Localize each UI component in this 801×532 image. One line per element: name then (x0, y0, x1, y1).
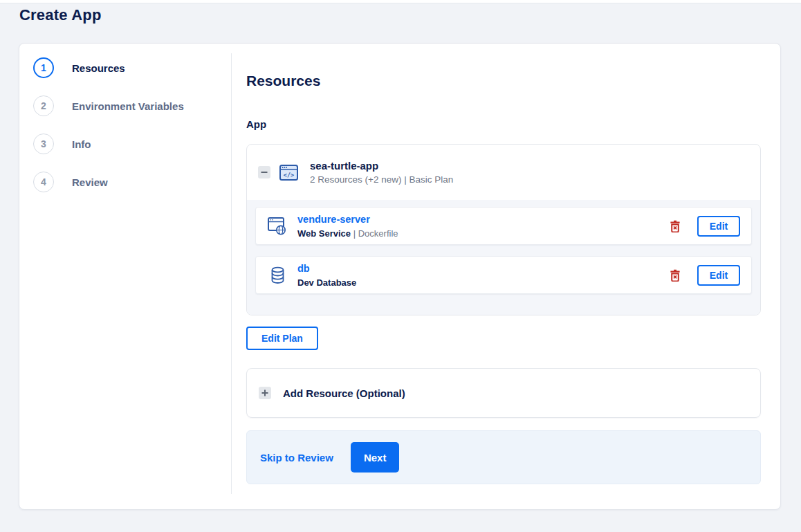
wizard-footer-bar: Skip to Review Next (246, 430, 761, 484)
resource-subtitle: Dev Database (297, 277, 356, 288)
step-label: Review (72, 176, 108, 188)
step-number-badge: 2 (33, 95, 54, 116)
edit-resource-button[interactable]: Edit (697, 216, 740, 237)
resource-type: Dev Database (297, 277, 356, 288)
wizard-steps: 1 Resources 2 Environment Variables 3 In… (33, 57, 227, 210)
page-title: Create App (19, 6, 102, 24)
app-name: sea-turtle-app (310, 160, 453, 172)
top-border-strip (0, 0, 801, 3)
resource-separator: | (351, 228, 358, 239)
collapse-button[interactable] (258, 166, 270, 178)
step-environment-variables[interactable]: 2 Environment Variables (33, 95, 227, 116)
step-label: Info (72, 138, 91, 150)
web-service-icon (267, 217, 288, 235)
step-info[interactable]: 3 Info (33, 134, 227, 154)
delete-resource-button[interactable] (670, 269, 681, 282)
sidebar-divider (231, 53, 232, 494)
trash-icon (670, 220, 681, 232)
step-label: Resources (72, 62, 125, 74)
step-number-badge: 1 (33, 57, 54, 78)
create-app-panel: 1 Resources 2 Environment Variables 3 In… (19, 43, 781, 510)
edit-plan-button[interactable]: Edit Plan (246, 327, 318, 350)
step-label: Environment Variables (72, 100, 184, 112)
svg-text:</>: </> (284, 171, 294, 178)
resources-heading: Resources (246, 72, 761, 89)
app-group-card: </> sea-turtle-app 2 Resources (+2 new) … (246, 144, 761, 315)
app-summary: 2 Resources (+2 new) | Basic Plan (310, 174, 453, 185)
resource-row-vendure-server: vendure-server Web Service | Dockerfile (255, 207, 752, 245)
resource-text-block: db Dev Database (297, 262, 356, 288)
resource-name-link[interactable]: vendure-server (297, 214, 370, 225)
trash-icon (670, 269, 681, 282)
add-resource-label: Add Resource (Optional) (283, 387, 405, 399)
plus-icon-button (259, 387, 271, 399)
resource-subtitle: Web Service | Dockerfile (297, 228, 398, 239)
resource-type: Web Service (297, 228, 351, 239)
step-review[interactable]: 4 Review (33, 172, 227, 192)
resource-row-actions: Edit (670, 216, 740, 237)
app-group-title-block: sea-turtle-app 2 Resources (+2 new) | Ba… (310, 160, 453, 185)
plus-icon (261, 389, 269, 397)
code-window-icon: </> (279, 165, 298, 181)
edit-resource-button[interactable]: Edit (697, 265, 740, 286)
minus-icon (260, 168, 268, 176)
resource-detail: Dockerfile (358, 228, 398, 239)
step-number-badge: 3 (33, 134, 54, 154)
step-resources[interactable]: 1 Resources (33, 57, 227, 78)
next-button[interactable]: Next (351, 442, 400, 473)
resource-text-block: vendure-server Web Service | Dockerfile (297, 213, 398, 239)
delete-resource-button[interactable] (670, 220, 681, 232)
database-icon (267, 266, 288, 284)
skip-to-review-link[interactable]: Skip to Review (260, 452, 333, 464)
main-content: Resources App </> (246, 44, 761, 484)
app-group-body: vendure-server Web Service | Dockerfile (247, 200, 760, 315)
resource-name-link[interactable]: db (297, 263, 310, 274)
resource-row-actions: Edit (670, 265, 740, 286)
resource-row-db: db Dev Database Edi (255, 256, 752, 294)
add-resource-card[interactable]: Add Resource (Optional) (246, 368, 761, 418)
app-section-label: App (246, 118, 761, 131)
app-group-header: </> sea-turtle-app 2 Resources (+2 new) … (247, 145, 760, 200)
step-number-badge: 4 (33, 172, 54, 192)
